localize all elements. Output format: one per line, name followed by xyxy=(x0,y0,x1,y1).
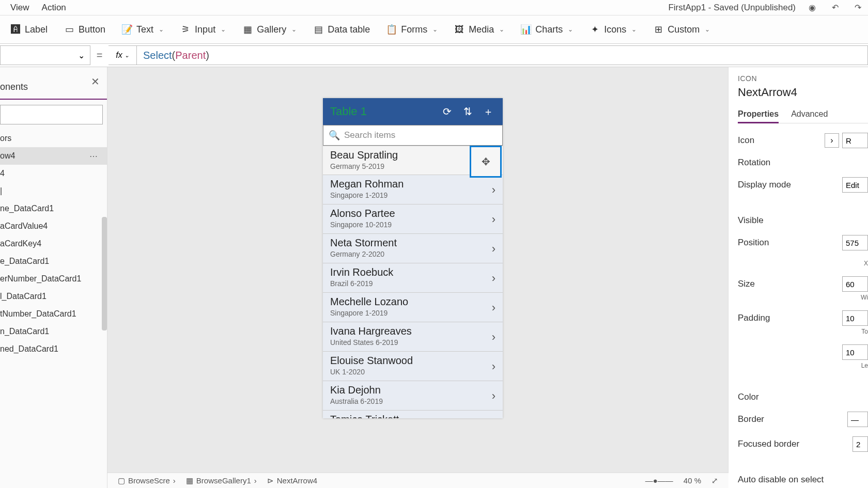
selected-nextarrow-control[interactable]: ✥ xyxy=(470,146,502,178)
close-icon[interactable]: ✕ xyxy=(91,75,100,88)
icon-picker[interactable]: › xyxy=(825,133,839,148)
prop-border-value[interactable]: — xyxy=(847,412,868,427)
chevron-right-icon[interactable]: › xyxy=(492,213,495,226)
breadcrumb-control[interactable]: ⊳ NextArrow4 xyxy=(267,476,317,485)
ribbon-custom[interactable]: ⊞Custom⌄ xyxy=(646,21,717,38)
gallery-row[interactable]: Alonso ParteeSingapore 10-2019› xyxy=(323,204,503,234)
prop-padding-top-sublabel: To xyxy=(858,328,868,335)
search-icon: 🔍 xyxy=(329,130,340,141)
refresh-icon[interactable]: ⟳ xyxy=(440,105,454,118)
tab-advanced[interactable]: Advanced xyxy=(791,106,828,123)
row-title: Mechelle Lozano xyxy=(330,296,495,308)
undo-icon[interactable]: ↶ xyxy=(829,2,841,14)
tree-item[interactable]: ow4⋯ xyxy=(0,147,107,165)
prop-position-value[interactable]: 575 xyxy=(842,235,868,250)
add-icon[interactable]: ＋ xyxy=(481,105,495,119)
row-title: Tamica Trickett xyxy=(330,414,495,418)
row-title: Elouise Stanwood xyxy=(330,355,495,367)
label-icon: 🅰 xyxy=(10,24,21,35)
chevron-right-icon[interactable]: › xyxy=(492,389,495,403)
tree-item[interactable]: ors xyxy=(0,130,107,147)
ribbon-media[interactable]: 🖼Media⌄ xyxy=(447,21,512,38)
row-title: Irvin Roebuck xyxy=(330,266,495,278)
ribbon-forms[interactable]: 📋Forms⌄ xyxy=(379,21,445,38)
tree-item[interactable]: erNumber_DataCard1 xyxy=(0,270,107,288)
tree-item[interactable]: 4 xyxy=(0,165,107,182)
fit-icon[interactable]: ⤢ xyxy=(711,476,718,485)
gallery-row[interactable]: Kia DejohnAustralia 6-2019› xyxy=(323,381,503,411)
ribbon-input[interactable]: ⚞Input⌄ xyxy=(173,21,233,38)
ribbon-gallery[interactable]: ▦Gallery⌄ xyxy=(235,21,304,38)
row-title: Neta Storment xyxy=(330,237,495,249)
control-category: ICON xyxy=(738,74,868,83)
zoom-slider[interactable]: —●—— xyxy=(645,476,673,485)
tree-item[interactable]: ned_DataCard1 xyxy=(0,340,107,358)
prop-rotation-label: Rotation xyxy=(738,158,868,168)
move-cursor-icon: ✥ xyxy=(482,155,490,168)
prop-autodisable-label: Auto disable on select xyxy=(738,475,868,485)
top-menu-bar: View Action FirstApp1 - Saved (Unpublish… xyxy=(0,0,868,15)
ribbon-button[interactable]: ▭Button xyxy=(57,21,113,38)
gallery-row[interactable]: Irvin RoebuckBrazil 6-2019› xyxy=(323,263,503,293)
tree-item[interactable]: | xyxy=(0,182,107,200)
property-dropdown[interactable]: ⌄ xyxy=(0,45,90,65)
prop-padding-label: Padding xyxy=(738,313,842,323)
ribbon-label[interactable]: 🅰Label xyxy=(3,21,55,38)
prop-padding-top-value[interactable]: 10 xyxy=(842,310,868,326)
more-icon[interactable]: ⋯ xyxy=(89,151,99,161)
tree-item[interactable]: tNumber_DataCard1 xyxy=(0,305,107,323)
forms-icon: 📋 xyxy=(386,24,397,35)
gallery-row[interactable]: Mechelle LozanoSingapore 1-2019› xyxy=(323,293,503,322)
breadcrumb-screen[interactable]: ▢ BrowseScre › xyxy=(118,476,176,485)
chevron-right-icon[interactable]: › xyxy=(492,330,495,344)
icons-icon: ✦ xyxy=(590,24,600,35)
menu-action[interactable]: Action xyxy=(36,1,72,15)
chevron-right-icon[interactable]: › xyxy=(492,301,495,314)
custom-icon: ⊞ xyxy=(653,24,663,35)
breadcrumb-gallery[interactable]: ▦ BrowseGallery1 › xyxy=(186,476,257,485)
charts-icon: 📊 xyxy=(521,24,531,35)
search-placeholder: Search items xyxy=(344,130,395,140)
tree-item[interactable]: aCardKey4 xyxy=(0,235,107,253)
row-title: Ivana Hargreaves xyxy=(330,325,495,337)
gallery-row[interactable]: Ivana HargreavesUnited States 6-2019› xyxy=(323,322,503,352)
prop-size-value[interactable]: 60 xyxy=(842,276,868,292)
tree-item[interactable]: e_DataCard1 xyxy=(0,253,107,270)
tree-item[interactable]: n_DataCard1 xyxy=(0,323,107,340)
gallery-row[interactable]: Neta StormentGermany 2-2020› xyxy=(323,234,503,263)
chevron-right-icon[interactable]: › xyxy=(492,183,495,197)
prop-displaymode-value[interactable]: Edit xyxy=(842,177,868,193)
fx-button[interactable]: fx⌄ xyxy=(109,45,137,65)
chevron-right-icon[interactable]: › xyxy=(492,272,495,285)
tree-item[interactable]: ne_DataCard1 xyxy=(0,200,107,217)
tree-search-input[interactable] xyxy=(0,105,103,124)
gallery-row[interactable]: Tamica Trickett› xyxy=(323,411,503,418)
formula-input[interactable]: Select(Parent) xyxy=(137,45,868,65)
gallery-row[interactable]: Elouise StanwoodUK 1-2020› xyxy=(323,352,503,381)
prop-visible-label: Visible xyxy=(738,215,868,226)
prop-focusedborder-value[interactable]: 2 xyxy=(853,436,868,452)
menu-view[interactable]: View xyxy=(4,1,36,15)
sort-icon[interactable]: ⇅ xyxy=(460,105,475,118)
redo-icon[interactable]: ↷ xyxy=(851,2,864,14)
ribbon-datatable[interactable]: ▤Data table xyxy=(306,21,377,38)
ribbon-text[interactable]: 📝Text⌄ xyxy=(115,21,171,38)
tree-item[interactable]: aCardValue4 xyxy=(0,217,107,235)
app-header: Table 1 ⟳ ⇅ ＋ xyxy=(323,98,503,125)
prop-icon-value[interactable]: R xyxy=(842,133,868,148)
search-box[interactable]: 🔍 Search items xyxy=(323,125,503,146)
ribbon-charts[interactable]: 📊Charts⌄ xyxy=(514,21,580,38)
chevron-down-icon: ⌄ xyxy=(125,52,129,59)
canvas[interactable]: Table 1 ⟳ ⇅ ＋ 🔍 Search items Beau Spratl… xyxy=(107,67,729,488)
chevron-down-icon: ⌄ xyxy=(432,26,438,33)
tree-item[interactable]: l_DataCard1 xyxy=(0,288,107,305)
chevron-right-icon[interactable]: › xyxy=(492,360,495,373)
gallery-row[interactable]: Megan RohmanSingapore 1-2019› xyxy=(323,175,503,204)
prop-padding-left-value[interactable]: 10 xyxy=(842,344,868,360)
ribbon-icons[interactable]: ✦Icons⌄ xyxy=(582,21,644,38)
app-checker-icon[interactable]: ◉ xyxy=(806,2,818,14)
scrollbar[interactable] xyxy=(102,217,107,330)
gallery-icon: ▦ xyxy=(242,24,253,35)
chevron-right-icon[interactable]: › xyxy=(492,242,495,256)
tab-properties[interactable]: Properties xyxy=(738,106,779,123)
